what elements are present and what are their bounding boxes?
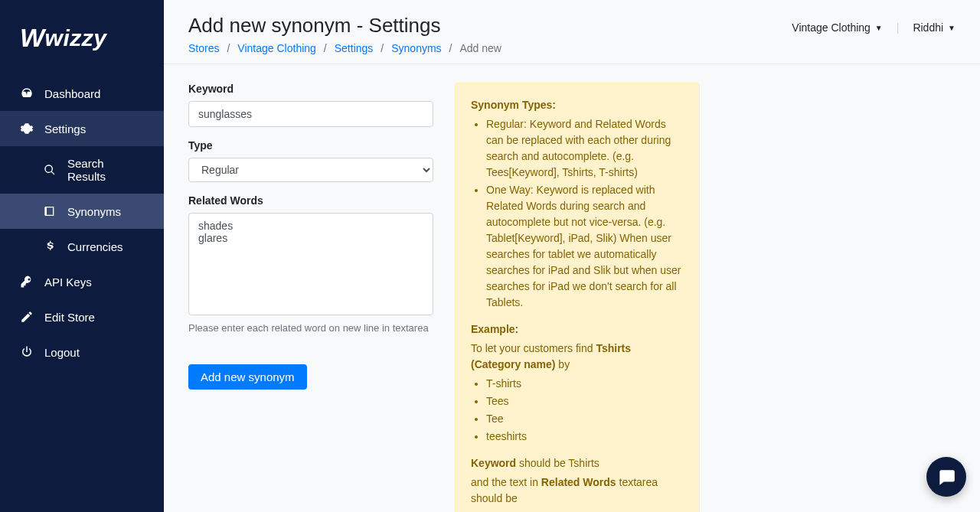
chat-bubble[interactable]	[926, 457, 966, 497]
help-text-bold: Keyword	[471, 457, 516, 469]
dollar-icon	[43, 240, 57, 253]
breadcrumb-synonyms[interactable]: Synonyms	[391, 42, 441, 54]
gear-icon	[20, 122, 34, 135]
user-dropdown[interactable]: Riddhi ▼	[913, 21, 956, 34]
page-title: Add new synonym - Settings	[188, 14, 501, 38]
key-icon	[20, 275, 34, 289]
sidebar-nav: Dashboard Settings Search Results Synony…	[0, 76, 164, 370]
content: Keyword Type Regular Related Words shade…	[164, 64, 980, 512]
help-text: should be Tshirts	[516, 457, 599, 469]
sidebar-item-label: Currencies	[67, 240, 123, 253]
help-type-oneway: One Way: Keyword is replaced with Relate…	[486, 182, 684, 311]
book-icon	[43, 204, 57, 218]
sidebar-item-dashboard[interactable]: Dashboard	[0, 76, 164, 111]
sidebar-item-settings[interactable]: Settings	[0, 111, 164, 146]
breadcrumb-sep: /	[227, 42, 230, 54]
logo[interactable]: Wwizzy	[20, 23, 106, 53]
help-text-bold: Related Words	[541, 476, 616, 488]
help-types-title: Synonym Types:	[471, 99, 556, 111]
sidebar-item-currencies[interactable]: Currencies	[0, 229, 164, 264]
main: Add new synonym - Settings Stores / Vint…	[164, 0, 980, 512]
caret-down-icon: ▼	[948, 24, 956, 32]
help-column: Synonym Types: Regular: Keyword and Rela…	[455, 83, 700, 494]
sidebar: Wwizzy Dashboard Settings Search Results…	[0, 0, 164, 512]
help-example-item: Tees	[486, 393, 684, 409]
help-box: Synonym Types: Regular: Keyword and Rela…	[455, 83, 700, 512]
type-label: Type	[188, 139, 433, 152]
breadcrumb-sep: /	[449, 42, 452, 54]
help-text: and the text in	[471, 476, 541, 488]
breadcrumb-current: Add new	[459, 42, 501, 54]
related-label: Related Words	[188, 194, 433, 207]
breadcrumb-sep: /	[381, 42, 384, 54]
help-example-title: Example:	[471, 323, 518, 335]
help-type-regular: Regular: Keyword and Related Words can b…	[486, 116, 684, 181]
type-select[interactable]: Regular	[188, 158, 433, 182]
sidebar-item-search-results[interactable]: Search Results	[0, 146, 164, 194]
logo-text: wizzy	[45, 25, 107, 51]
related-words-textarea[interactable]: shades glares	[188, 213, 433, 315]
sidebar-item-label: Search Results	[67, 157, 144, 183]
chat-icon	[936, 467, 956, 487]
sidebar-item-label: Edit Store	[44, 311, 95, 324]
power-icon	[20, 345, 34, 359]
help-example-intro: To let your customers find Tshirts (Cate…	[471, 341, 684, 373]
sidebar-item-synonyms[interactable]: Synonyms	[0, 194, 164, 229]
sidebar-item-logout[interactable]: Logout	[0, 334, 164, 370]
form-group-related: Related Words shades glares Please enter…	[188, 194, 433, 334]
help-keyword-line: Keyword should be Tshirts	[471, 455, 684, 471]
sidebar-item-label: Dashboard	[44, 87, 100, 100]
breadcrumb-stores[interactable]: Stores	[188, 42, 219, 54]
keyword-label: Keyword	[188, 83, 433, 95]
sidebar-item-label: Logout	[44, 346, 80, 359]
user-dropdown-label: Riddhi	[913, 21, 943, 34]
form-column: Keyword Type Regular Related Words shade…	[188, 83, 433, 494]
sidebar-item-edit-store[interactable]: Edit Store	[0, 299, 164, 334]
header-left: Add new synonym - Settings Stores / Vint…	[188, 14, 501, 54]
store-dropdown[interactable]: Vintage Clothing ▼	[792, 21, 882, 34]
help-related-line: and the text in Related Words textarea s…	[471, 474, 684, 507]
help-text: To let your customers find	[471, 342, 596, 354]
help-text: by	[555, 358, 570, 370]
related-hint: Please enter each related word on new li…	[188, 322, 433, 334]
header-divider: |	[897, 21, 900, 34]
sidebar-item-api-keys[interactable]: API Keys	[0, 264, 164, 299]
breadcrumb-store[interactable]: Vintage Clothing	[237, 42, 315, 54]
gauge-icon	[20, 86, 34, 100]
help-example-list: T-shirts Tees Tee teeshirts	[471, 376, 684, 445]
breadcrumb-sep: /	[324, 42, 327, 54]
search-icon	[43, 163, 57, 177]
breadcrumb-settings[interactable]: Settings	[335, 42, 374, 54]
help-types-list: Regular: Keyword and Related Words can b…	[471, 116, 684, 311]
sidebar-item-label: Synonyms	[67, 205, 121, 218]
sidebar-item-label: API Keys	[44, 276, 92, 289]
caret-down-icon: ▼	[875, 24, 883, 32]
add-synonym-button[interactable]: Add new synonym	[188, 364, 307, 390]
header: Add new synonym - Settings Stores / Vint…	[164, 0, 980, 64]
breadcrumb: Stores / Vintage Clothing / Settings / S…	[188, 42, 501, 54]
header-right: Vintage Clothing ▼ | Riddhi ▼	[792, 14, 956, 34]
store-dropdown-label: Vintage Clothing	[792, 21, 870, 34]
edit-icon	[20, 310, 34, 324]
sidebar-item-label: Settings	[44, 122, 86, 135]
form-group-type: Type Regular	[188, 139, 433, 182]
help-example-item: Tee	[486, 411, 684, 427]
keyword-input[interactable]	[188, 101, 433, 127]
help-example-item: T-shirts	[486, 376, 684, 392]
help-example-item: teeshirts	[486, 429, 684, 445]
logo-wrap: Wwizzy	[0, 0, 164, 76]
form-group-keyword: Keyword	[188, 83, 433, 127]
